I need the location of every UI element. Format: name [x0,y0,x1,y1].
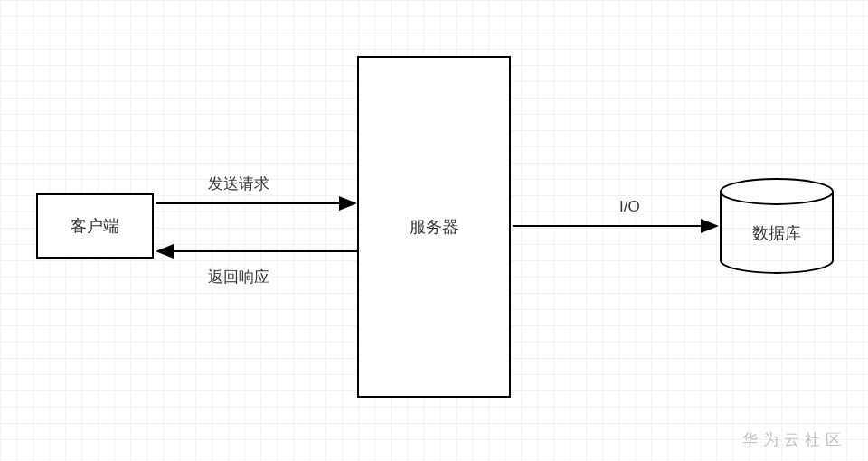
database-label: 数据库 [719,222,835,244]
client-node: 客户端 [36,193,154,259]
server-label: 服务器 [410,216,458,238]
io-label: I/O [619,198,640,216]
svg-point-0 [721,179,833,204]
database-node: 数据库 [719,177,835,275]
response-label: 返回响应 [208,267,269,287]
request-label: 发送请求 [208,174,269,194]
client-label: 客户端 [71,215,119,237]
server-node: 服务器 [357,56,511,398]
watermark: 华为云社区 [742,429,846,450]
